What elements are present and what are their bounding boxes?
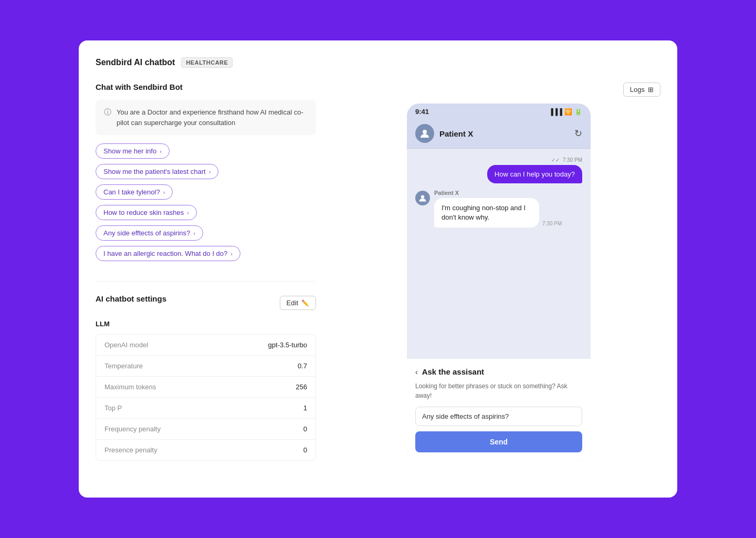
back-arrow-icon[interactable]: ‹ (415, 368, 418, 376)
settings-row: OpenAI model gpt-3.5-turbo (96, 335, 316, 356)
patient-message-time: 7:30 PM (542, 221, 562, 226)
battery-icon: 🔋 (574, 108, 582, 116)
settings-key: Presence penalty (104, 446, 157, 454)
settings-value: 0.7 (298, 362, 307, 370)
bot-message-container: ✓✓ 7:30 PM How can I help you today? (415, 157, 582, 183)
chevron-icon: › (209, 169, 211, 175)
settings-key: Temperature (104, 362, 143, 370)
logs-label: Logs (630, 86, 645, 94)
settings-row: Temperature 0.7 (96, 356, 316, 377)
info-text: You are a Doctor and experience firsthan… (117, 107, 308, 128)
ask-assistant-header: ‹ Ask the assisant (415, 367, 582, 376)
svg-point-1 (421, 195, 424, 198)
settings-key: OpenAI model (104, 341, 148, 349)
settings-value: 0 (303, 446, 307, 454)
chat-messages: ✓✓ 7:30 PM How can I help you today? (407, 149, 591, 359)
ask-assistant-title: Ask the assisant (422, 367, 484, 376)
settings-key: Maximum tokens (104, 383, 156, 391)
bot-message-bubble: How can I help you today? (487, 165, 582, 183)
patient-name: Patient X (439, 129, 569, 138)
chevron-icon: › (193, 230, 195, 236)
edit-pencil-icon: ✏️ (301, 299, 309, 307)
edit-button[interactable]: Edit ✏️ (280, 296, 316, 310)
settings-value: 1 (303, 404, 307, 412)
wifi-icon: 🛜 (564, 108, 572, 116)
info-box: ⓘ You are a Doctor and experience firsth… (96, 100, 316, 135)
settings-key: Frequency penalty (104, 425, 161, 433)
settings-title: AI chatbot settings (96, 294, 166, 303)
svg-point-0 (423, 130, 427, 134)
edit-label: Edit (287, 299, 298, 307)
settings-row: Maximum tokens 256 (96, 377, 316, 398)
status-icons: ▐▐▐ 🛜 🔋 (549, 108, 582, 116)
suggestions-list: Show me her info›Show me the patient's l… (96, 143, 316, 266)
patient-message-avatar (415, 191, 430, 205)
chevron-icon: › (163, 189, 165, 195)
llm-label: LLM (96, 320, 316, 328)
chat-section-title: Chat with Sendbird Bot (96, 82, 316, 91)
patient-message-right: Patient X I'm coughing non-stop and I do… (434, 190, 562, 227)
chevron-icon: › (160, 148, 162, 154)
settings-table: OpenAI model gpt-3.5-turbo Temperature 0… (96, 334, 316, 461)
suggestion-show-her-info[interactable]: Show me her info› (96, 143, 170, 159)
bot-time-row: ✓✓ 7:30 PM (487, 157, 582, 163)
suggestion-show-latest-chart[interactable]: Show me the patient's latest chart› (96, 164, 218, 179)
suggestion-can-take-tylenol[interactable]: Can I take tylenol?› (96, 184, 173, 200)
chat-header: Patient X ↻ (407, 119, 591, 149)
chevron-icon: › (230, 251, 233, 257)
settings-value: 0 (303, 425, 307, 433)
bot-message-time: 7:30 PM (563, 157, 582, 163)
right-panel: Logs ⊞ 9:41 ▐▐▐ 🛜 🔋 (337, 82, 660, 461)
main-container: Sendbird AI chatbot HEALTHCARE Chat with… (79, 40, 677, 498)
patient-label: Patient X (434, 190, 562, 196)
settings-key: Top P (104, 404, 122, 412)
patient-message-container: Patient X I'm coughing non-stop and I do… (415, 190, 582, 227)
signal-icon: ▐▐▐ (549, 108, 562, 116)
ask-description: Looking for better phrases or stuck on s… (415, 381, 582, 400)
logs-icon: ⊞ (648, 86, 654, 94)
phone-frame: 9:41 ▐▐▐ 🛜 🔋 Patient X (407, 104, 591, 461)
suggestion-side-effects-aspirins[interactable]: Any side efftects of aspirins?› (96, 225, 203, 241)
status-bar: 9:41 ▐▐▐ 🛜 🔋 (407, 104, 591, 119)
ask-assistant-panel: ‹ Ask the assisant Looking for better ph… (407, 359, 591, 461)
app-header: Sendbird AI chatbot HEALTHCARE (96, 57, 660, 68)
settings-row: Top P 1 (96, 398, 316, 419)
refresh-button[interactable]: ↻ (574, 128, 582, 139)
check-icon: ✓✓ (551, 157, 560, 163)
suggestion-reduce-skin-rashes[interactable]: How to reduce skin rashes› (96, 205, 197, 220)
app-title: Sendbird AI chatbot (96, 58, 175, 67)
suggestion-allergic-reaction[interactable]: I have an allergic reaction. What do I d… (96, 246, 240, 261)
send-button[interactable]: Send (415, 431, 582, 452)
settings-header: AI chatbot settings Edit ✏️ (96, 294, 316, 312)
settings-row: Presence penalty 0 (96, 440, 316, 460)
settings-row: Frequency penalty 0 (96, 419, 316, 440)
app-badge: HEALTHCARE (181, 57, 233, 68)
section-divider (96, 281, 316, 282)
left-panel: Chat with Sendbird Bot ⓘ You are a Docto… (96, 82, 316, 461)
status-time: 9:41 (415, 108, 429, 116)
ask-input[interactable] (415, 407, 582, 426)
bot-message-group: ✓✓ 7:30 PM How can I help you today? (487, 157, 582, 183)
patient-message-bubble: I'm coughing non-stop and I don't know w… (434, 198, 539, 227)
patient-avatar (415, 124, 434, 143)
info-icon: ⓘ (104, 108, 111, 117)
chevron-icon: › (187, 210, 189, 216)
settings-value: 256 (296, 383, 307, 391)
logs-button[interactable]: Logs ⊞ (623, 82, 660, 97)
settings-value: gpt-3.5-turbo (268, 341, 307, 349)
content-layout: Chat with Sendbird Bot ⓘ You are a Docto… (96, 82, 660, 461)
